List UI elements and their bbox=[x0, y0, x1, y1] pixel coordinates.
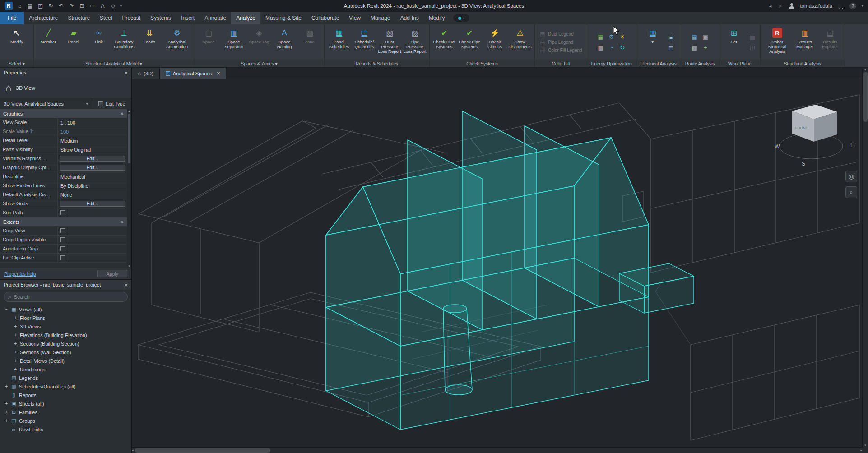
route-panel-footer[interactable]: Route Analysis bbox=[681, 60, 719, 67]
tree-item-legends[interactable]: ▤Legends bbox=[0, 374, 131, 382]
vertical-scrollbar[interactable]: ▴ ▾ bbox=[862, 68, 868, 447]
3d-viewport[interactable]: FRONT W S E bbox=[132, 79, 862, 447]
energy-model-icon[interactable]: ⚙ bbox=[607, 32, 616, 42]
search-input[interactable] bbox=[14, 294, 123, 300]
signed-in-user[interactable]: tomasz.fudala bbox=[800, 3, 832, 9]
route-add-icon[interactable]: + bbox=[701, 43, 710, 52]
section-graphics[interactable]: Graphics∧ bbox=[0, 109, 127, 118]
properties-scrollbar[interactable]: ▴ ▾ bbox=[127, 109, 131, 268]
tree-item-floor-plans[interactable]: +Floor Plans bbox=[0, 314, 131, 322]
robot-structural-analysis-button[interactable]: RRobot Structural Analysis bbox=[763, 26, 792, 59]
model-svg[interactable]: FRONT W S E bbox=[132, 79, 862, 447]
tree-item-groups[interactable]: +◫Groups bbox=[0, 416, 131, 425]
tree-item-reports[interactable]: ▯Reports bbox=[0, 391, 131, 399]
set-work-plane-button[interactable]: ⊞Set bbox=[722, 26, 746, 59]
member-button[interactable]: ╱Member bbox=[36, 26, 60, 59]
color-fill-legend-button[interactable]: ▤Color Fill Legend bbox=[539, 47, 582, 54]
undo-icon[interactable]: ↶ bbox=[58, 3, 65, 9]
property-row[interactable]: Show Hidden LinesBy Discipline bbox=[0, 181, 127, 190]
tab-precast[interactable]: Precast bbox=[117, 12, 145, 24]
electrical-settings-icon[interactable]: ▣ bbox=[667, 33, 675, 42]
section-extents[interactable]: Extents∧ bbox=[0, 217, 127, 226]
analytical-automation-button[interactable]: ⚙Analytical Automation bbox=[162, 26, 191, 59]
default-3d-view-icon[interactable]: ◇ bbox=[110, 3, 116, 9]
pipe-legend-button[interactable]: ▤Pipe Legend bbox=[539, 39, 582, 46]
color-fill-panel-footer[interactable]: Color Fill bbox=[535, 60, 587, 67]
check-duct-systems-button[interactable]: ✔Check Duct Systems bbox=[432, 26, 456, 59]
results-manager-button[interactable]: ▥Results Manager bbox=[793, 26, 817, 59]
graphic-display-edit-button[interactable]: Edit... bbox=[60, 165, 125, 171]
ribbon-display-toggle[interactable]: ▾ bbox=[453, 14, 469, 22]
energy-panel-footer[interactable]: Energy Optimization bbox=[587, 60, 636, 67]
tab-add-ins[interactable]: Add-Ins bbox=[395, 12, 423, 24]
systems-analysis-icon[interactable]: ▤ bbox=[596, 43, 605, 52]
tab-manage[interactable]: Manage bbox=[366, 12, 395, 24]
tree-item-detail-views[interactable]: +Detail Views (Detail) bbox=[0, 356, 131, 365]
steering-wheel-icon[interactable]: ◎ bbox=[845, 171, 857, 182]
tree-item-elevations[interactable]: +Elevations (Building Elevation) bbox=[0, 331, 131, 339]
visibility-graphics-edit-button[interactable]: Edit... bbox=[60, 156, 125, 162]
work-plane-viewer-icon[interactable]: ◫ bbox=[748, 43, 757, 51]
pipe-pressure-loss-report-button[interactable]: ▨Pipe Pressure Loss Report bbox=[403, 26, 427, 59]
lighting-analysis-icon[interactable]: ◔ bbox=[607, 43, 616, 52]
tree-item-renderings[interactable]: +Renderings bbox=[0, 365, 131, 374]
properties-close-icon[interactable]: × bbox=[124, 69, 128, 76]
check-circuits-button[interactable]: ⚡Check Circuits bbox=[483, 26, 507, 59]
qat-customize-caret-icon[interactable]: ▾ bbox=[120, 4, 122, 8]
tab-file[interactable]: File bbox=[0, 12, 24, 24]
revit-logo-icon[interactable]: R bbox=[5, 2, 13, 10]
drawing-area[interactable]: ⌂(3D) Analytical Spaces× bbox=[132, 68, 868, 453]
property-row[interactable]: Parts VisibilityShow Original bbox=[0, 145, 127, 154]
property-row[interactable]: Detail LevelMedium bbox=[0, 136, 127, 145]
schedule-quantities-button[interactable]: ▤Schedule/ Quantities bbox=[352, 26, 376, 59]
tree-item-sections-building[interactable]: +Sections (Building Section) bbox=[0, 339, 131, 348]
property-row[interactable]: DisciplineMechanical bbox=[0, 172, 127, 181]
duct-legend-button[interactable]: ▤Duct Legend bbox=[539, 31, 582, 37]
tree-item-3d-views[interactable]: +3D Views bbox=[0, 322, 131, 331]
select-panel-footer[interactable]: Select ▾ bbox=[0, 60, 33, 67]
check-systems-panel-footer[interactable]: Check Systems bbox=[430, 60, 534, 67]
tab-massing-site[interactable]: Massing & Site bbox=[260, 12, 306, 24]
save-icon[interactable]: ◳ bbox=[37, 3, 44, 9]
collapse-left-icon[interactable]: ◂ bbox=[769, 3, 772, 9]
tree-item-families[interactable]: +⊞Families bbox=[0, 408, 131, 416]
reports-panel-footer[interactable]: Reports & Schedules bbox=[325, 60, 429, 67]
zoom-tool-icon[interactable]: ⌕ bbox=[845, 186, 857, 198]
tab-structure[interactable]: Structure bbox=[63, 12, 95, 24]
view-tab-analytical-spaces[interactable]: Analytical Spaces× bbox=[160, 68, 227, 79]
type-selector[interactable]: 3D View: Analytical Spaces▾ bbox=[0, 98, 92, 109]
electrical-analysis-button[interactable]: ▦▾ bbox=[641, 26, 665, 59]
close-view-icon[interactable]: × bbox=[217, 70, 220, 77]
tab-architecture[interactable]: Architecture bbox=[24, 12, 63, 24]
view-tab-3d[interactable]: ⌂(3D) bbox=[132, 68, 160, 79]
tab-view[interactable]: View bbox=[344, 12, 366, 24]
panel-schedules-button[interactable]: ▦Panel Schedules bbox=[327, 26, 351, 59]
panel-button[interactable]: ▰Panel bbox=[61, 26, 86, 59]
project-browser-close-icon[interactable]: × bbox=[124, 282, 128, 288]
route-settings-icon[interactable]: ▣ bbox=[701, 32, 710, 42]
tab-insert[interactable]: Insert bbox=[176, 12, 200, 24]
energy-settings-icon[interactable]: ▦ bbox=[596, 32, 605, 42]
space-separator-button[interactable]: ▥Space Separator bbox=[222, 26, 246, 59]
electrical-report-icon[interactable]: ▤ bbox=[667, 43, 675, 51]
duct-pressure-loss-report-button[interactable]: ▧Duct Pressure Loss Report bbox=[377, 26, 402, 59]
space-naming-button[interactable]: ASpace Naming bbox=[272, 26, 297, 59]
home-icon[interactable]: ⌂ bbox=[16, 3, 23, 9]
horizontal-scrollbar[interactable]: ◂ ▸ bbox=[132, 447, 862, 453]
tree-item-sections-wall[interactable]: +Sections (Wall Section) bbox=[0, 348, 131, 356]
open-icon[interactable]: ▤ bbox=[27, 3, 33, 9]
boundary-conditions-button[interactable]: ⊥Boundary Conditions bbox=[112, 26, 136, 59]
optimize-icon[interactable]: ↻ bbox=[618, 43, 627, 52]
check-pipe-systems-button[interactable]: ✔Check Pipe Systems bbox=[457, 26, 482, 59]
far-clip-checkbox[interactable] bbox=[60, 255, 65, 260]
compass-west-label[interactable]: W bbox=[775, 143, 780, 150]
crop-region-visible-checkbox[interactable] bbox=[60, 237, 65, 242]
work-plane-panel-footer[interactable]: Work Plane bbox=[719, 60, 760, 67]
electrical-panel-footer[interactable]: Electrical Analysis bbox=[636, 60, 681, 67]
help-caret-icon[interactable]: ▾ bbox=[862, 4, 863, 8]
viewcube[interactable]: FRONT W S E bbox=[775, 105, 854, 167]
cart-icon[interactable] bbox=[838, 4, 844, 8]
property-row[interactable]: View Scale1 : 100 bbox=[0, 118, 127, 127]
tab-collaborate[interactable]: Collaborate bbox=[306, 12, 344, 24]
property-row[interactable]: Scale Value 1:100 bbox=[0, 127, 127, 136]
